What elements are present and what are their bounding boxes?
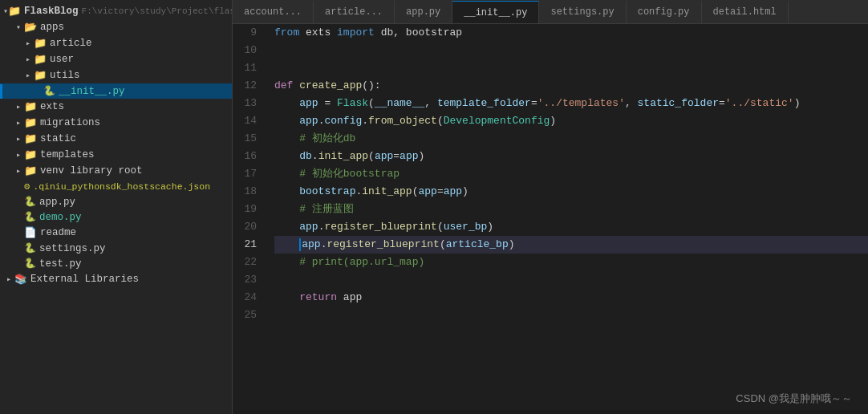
static-label: static — [40, 133, 76, 144]
migrations-label: migrations — [40, 117, 100, 128]
sidebar-item-static[interactable]: 📁 static — [0, 131, 232, 147]
line-num-22: 22 — [233, 254, 262, 271]
code-line-13: app = Flask(__name__, template_folder='.… — [274, 95, 868, 112]
code-line-14: app.config.from_object(DevelopmentConfig… — [274, 112, 868, 130]
tab-label: __init__.py — [464, 7, 527, 18]
project-label: FlaskBlog — [24, 6, 79, 17]
editor: account... article... app.py __init__.py… — [233, 0, 868, 414]
folder-icon: 📁 — [24, 116, 37, 129]
code-line-22: # print(app.url_map) — [274, 254, 868, 271]
folder-icon: 📁 — [24, 100, 37, 113]
utils-arrow — [22, 71, 34, 80]
tab-settings-py[interactable]: settings.py — [539, 1, 626, 23]
sidebar-item-qiniu[interactable]: ⚙ .qiniu_pythonsdk_hostscache.json — [0, 179, 232, 194]
code-line-24: return app — [274, 289, 868, 306]
sidebar-item-article[interactable]: 📁 article — [0, 35, 232, 51]
active-indicator — [0, 84, 2, 99]
exts-label: exts — [40, 101, 64, 112]
user-label: user — [50, 54, 74, 65]
code-line-9: from exts import db, bootstrap — [274, 24, 868, 42]
sidebar-item-migrations[interactable]: 📁 migrations — [0, 115, 232, 131]
article-arrow — [22, 39, 34, 48]
tab-init-py[interactable]: __init__.py — [452, 1, 539, 23]
sidebar-item-external-libs[interactable]: 📚 External Libraries — [0, 271, 232, 287]
line-numbers: 9 10 11 12 13 14 15 16 17 18 19 20 21 22… — [233, 24, 268, 414]
tabs-bar: account... article... app.py __init__.py… — [233, 0, 868, 24]
line-num-24: 24 — [233, 289, 262, 306]
sidebar-item-readme[interactable]: 📄 readme — [0, 225, 232, 241]
tab-label: account... — [244, 6, 302, 18]
json-file-icon: ⚙ — [24, 181, 30, 193]
tab-detail-html[interactable]: detail.html — [702, 1, 789, 23]
templates-label: templates — [40, 149, 95, 160]
sidebar-item-init-py[interactable]: 🐍 __init__.py — [0, 83, 232, 99]
cursor — [299, 238, 301, 251]
demo-py-label: demo.py — [39, 212, 82, 223]
init-py-label: __init__.py — [59, 86, 125, 97]
line-num-25: 25 — [233, 306, 262, 324]
utils-label: utils — [50, 70, 80, 81]
tab-label: detail.html — [713, 6, 777, 18]
code-area[interactable]: 9 10 11 12 13 14 15 16 17 18 19 20 21 22… — [233, 24, 868, 414]
editor-container: account... article... app.py __init__.py… — [233, 0, 868, 414]
code-line-21: app.register_blueprint(article_bp) — [274, 236, 868, 254]
line-num-15: 15 — [233, 130, 262, 148]
line-num-12: 12 — [233, 77, 262, 95]
sidebar-item-templates[interactable]: 📁 templates — [0, 147, 232, 163]
static-arrow — [13, 134, 24, 144]
settings-py-label: settings.py — [39, 243, 106, 254]
project-root[interactable]: 📁 FlaskBlog F:\victory\study\Project\fla… — [0, 3, 232, 19]
migrations-arrow — [13, 118, 24, 128]
tab-label: article... — [325, 6, 383, 18]
readme-label: readme — [40, 227, 76, 238]
line-num-23: 23 — [233, 271, 262, 289]
watermark-text: CSDN @我是肿肿哦～～ — [736, 392, 852, 404]
sidebar-item-venv[interactable]: 📁 venv library root — [0, 163, 232, 179]
line-num-11: 11 — [233, 59, 262, 77]
project-path: F:\victory\study\Project\flask\Fl — [82, 6, 233, 16]
tab-label: config.py — [638, 6, 690, 18]
user-arrow — [22, 55, 34, 64]
sidebar-item-user[interactable]: 📁 user — [0, 51, 232, 67]
line-num-18: 18 — [233, 183, 262, 201]
line-num-9: 9 — [233, 24, 262, 42]
tab-article[interactable]: article... — [314, 1, 395, 23]
code-line-16: db.init_app(app=app) — [274, 148, 868, 165]
code-line-20: app.register_blueprint(user_bp) — [274, 218, 868, 236]
venv-arrow — [13, 166, 24, 176]
tab-config-py[interactable]: config.py — [627, 1, 702, 23]
line-num-17: 17 — [233, 165, 262, 183]
qiniu-label: .qiniu_pythonsdk_hostscache.json — [33, 181, 210, 192]
article-label: article — [50, 38, 92, 49]
py-file-icon: 🐍 — [24, 242, 36, 254]
folder-icon: 📁 — [34, 69, 47, 82]
code-line-19: # 注册蓝图 — [274, 201, 868, 218]
code-line-18: bootstrap.init_app(app=app) — [274, 183, 868, 201]
apps-arrow — [13, 22, 24, 32]
apps-label: apps — [40, 22, 64, 33]
line-num-21: 21 — [233, 236, 262, 254]
tab-label: app.py — [406, 6, 440, 18]
code-line-10 — [274, 42, 868, 59]
line-num-14: 14 — [233, 112, 262, 130]
sidebar-item-demo-py[interactable]: 🐍 demo.py — [0, 209, 232, 225]
sidebar-item-utils[interactable]: 📁 utils — [0, 67, 232, 83]
external-libs-arrow — [3, 274, 14, 284]
tab-account[interactable]: account... — [233, 1, 314, 23]
exts-arrow — [13, 102, 24, 112]
sidebar-item-app-py[interactable]: 🐍 app.py — [0, 194, 232, 209]
line-num-13: 13 — [233, 95, 262, 112]
py-file-icon: 🐍 — [24, 196, 36, 208]
tab-app-py[interactable]: app.py — [395, 1, 452, 23]
sidebar-item-exts[interactable]: 📁 exts — [0, 99, 232, 115]
line-num-19: 19 — [233, 201, 262, 218]
external-libs-label: External Libraries — [30, 274, 139, 285]
folder-icon: 📁 — [34, 53, 47, 66]
sidebar-item-settings-py[interactable]: 🐍 settings.py — [0, 241, 232, 256]
folder-icon: 📁 — [24, 132, 37, 145]
sidebar-item-test-py[interactable]: 🐍 test.py — [0, 256, 232, 271]
folder-icon: 📁 — [24, 164, 37, 177]
sidebar-item-apps[interactable]: 📂 apps — [0, 19, 232, 35]
code-lines[interactable]: from exts import db, bootstrap def creat… — [268, 24, 868, 414]
readme-file-icon: 📄 — [24, 226, 37, 239]
